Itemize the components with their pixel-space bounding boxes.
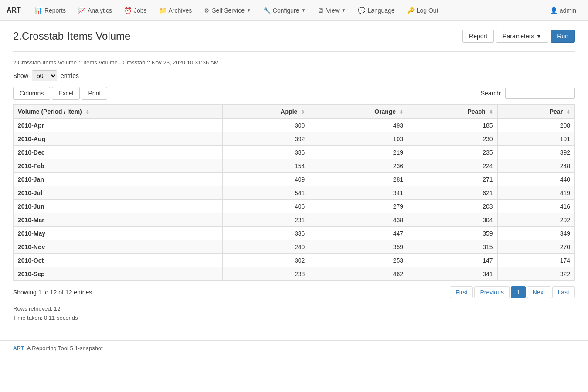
col-header-peach[interactable]: Peach ⇕ (408, 105, 498, 119)
nav-label-analytics: Analytics (88, 7, 112, 14)
last-button[interactable]: Last (552, 286, 575, 298)
language-icon: 💬 (358, 7, 365, 14)
sort-icon-period: ⇕ (85, 109, 89, 115)
col-header-pear[interactable]: Pear ⇕ (497, 105, 574, 119)
parameters-button[interactable]: Parameters ▼ (496, 30, 548, 43)
table-row: 2010-Apr300493185208 (14, 119, 575, 132)
footer-brand[interactable]: ART (13, 345, 24, 351)
table-row: 2010-Jan409281271440 (14, 173, 575, 186)
cell-pear-7: 292 (497, 213, 574, 227)
col-label-peach: Peach (468, 108, 486, 115)
columns-button[interactable]: Columns (13, 87, 50, 100)
footer-description: A Reporting Tool 5.1-snapshot (27, 345, 103, 351)
print-button[interactable]: Print (82, 87, 107, 100)
stats-footer: Rows retrieved: 12 Time taken: 0.11 seco… (13, 304, 575, 323)
analytics-icon: 📈 (78, 7, 85, 14)
cell-peach-3: 224 (408, 159, 498, 173)
nav-label-archives: Archives (169, 7, 192, 14)
navbar-brand[interactable]: ART (7, 7, 21, 14)
cell-period-11: 2010-Sep (14, 267, 223, 281)
report-name: 2.Crosstab-Items Volume (13, 59, 77, 66)
report-button[interactable]: Report (462, 30, 494, 43)
show-label: Show (13, 72, 28, 79)
nav-item-language[interactable]: 💬 Language (353, 4, 400, 17)
main-content: 2.Crosstab-Items Volume Report Parameter… (0, 21, 588, 331)
cell-orange-1: 103 (309, 132, 408, 146)
view-caret-icon: ▼ (342, 8, 346, 13)
nav-item-view[interactable]: 🖥 View ▼ (313, 4, 351, 17)
nav-item-jobs[interactable]: ⏰ Jobs (119, 4, 152, 17)
nav-item-archives[interactable]: 📁 Archives (154, 4, 197, 17)
col-header-orange[interactable]: Orange ⇕ (309, 105, 408, 119)
nav-item-reports[interactable]: 📊 Reports (30, 4, 71, 17)
cell-orange-7: 438 (309, 213, 408, 227)
show-entries: Show 50 10 25 100 entries (13, 70, 575, 81)
cell-apple-8: 336 (222, 227, 309, 240)
cell-period-7: 2010-Mar (14, 213, 223, 227)
cell-peach-2: 235 (408, 146, 498, 159)
cell-period-3: 2010-Feb (14, 159, 223, 173)
nav-items: 📊 Reports 📈 Analytics ⏰ Jobs 📁 Archives … (30, 4, 545, 17)
cell-peach-10: 147 (408, 254, 498, 267)
nav-label-jobs: Jobs (134, 7, 147, 14)
col-label-orange: Orange (374, 108, 396, 115)
parameters-caret-icon: ▼ (536, 33, 542, 40)
run-button[interactable]: Run (551, 30, 575, 43)
rows-retrieved: Rows retrieved: 12 (13, 304, 575, 314)
configure-icon: 🔧 (263, 7, 271, 14)
nav-item-logout[interactable]: 🔑 Log Out (402, 4, 444, 17)
cell-pear-8: 349 (497, 227, 574, 240)
next-button[interactable]: Next (527, 286, 551, 298)
search-input[interactable] (505, 88, 575, 99)
col-header-period[interactable]: Volume (Period / Item) ⇕ (14, 105, 223, 119)
nav-label-reports: Reports (44, 7, 66, 14)
sort-icon-pear: ⇕ (566, 109, 570, 115)
col-header-apple[interactable]: Apple ⇕ (222, 105, 309, 119)
table-row: 2010-May336447359349 (14, 227, 575, 240)
parameters-label: Parameters (503, 33, 534, 40)
cell-apple-1: 392 (222, 132, 309, 146)
table-btn-group: Columns Excel Print (13, 87, 107, 100)
archives-icon: 📁 (159, 7, 167, 14)
cell-orange-11: 462 (309, 267, 408, 281)
current-page-button[interactable]: 1 (511, 286, 526, 298)
header-row: Volume (Period / Item) ⇕ Apple ⇕ Orange … (14, 105, 575, 119)
report-subtitle: 2.Crosstab-Items Volume :: Items Volume … (13, 58, 575, 66)
cell-apple-7: 231 (222, 213, 309, 227)
nav-item-selfservice[interactable]: ⚙ Self Service ▼ (199, 4, 256, 17)
cell-period-0: 2010-Apr (14, 119, 223, 132)
sort-icon-apple: ⇕ (301, 109, 305, 115)
nav-label-logout: Log Out (417, 7, 438, 14)
cell-orange-5: 341 (309, 186, 408, 200)
cell-period-4: 2010-Jan (14, 173, 223, 186)
cell-orange-4: 281 (309, 173, 408, 186)
previous-button[interactable]: Previous (474, 286, 509, 298)
cell-apple-6: 406 (222, 200, 309, 213)
cell-peach-8: 359 (408, 227, 498, 240)
first-button[interactable]: First (450, 286, 473, 298)
configure-caret-icon: ▼ (302, 8, 306, 13)
cell-pear-4: 440 (497, 173, 574, 186)
cell-peach-0: 185 (408, 119, 498, 132)
cell-pear-1: 191 (497, 132, 574, 146)
entries-select[interactable]: 50 10 25 100 (32, 70, 57, 81)
logout-icon: 🔑 (407, 7, 415, 14)
nav-item-analytics[interactable]: 📈 Analytics (73, 4, 117, 17)
cell-orange-8: 447 (309, 227, 408, 240)
table-row: 2010-Dec386219235392 (14, 146, 575, 159)
cell-apple-2: 386 (222, 146, 309, 159)
cell-peach-11: 341 (408, 267, 498, 281)
nav-label-configure: Configure (273, 7, 299, 14)
cell-peach-1: 230 (408, 132, 498, 146)
excel-button[interactable]: Excel (52, 87, 80, 100)
cell-period-1: 2010-Aug (14, 132, 223, 146)
sort-icon-orange: ⇕ (399, 109, 403, 115)
cell-apple-10: 302 (222, 254, 309, 267)
site-footer: ART A Reporting Tool 5.1-snapshot (0, 340, 588, 356)
view-icon: 🖥 (318, 7, 324, 14)
table-row: 2010-Jul541341621419 (14, 186, 575, 200)
search-box: Search: (481, 88, 575, 99)
cell-period-9: 2010-Nov (14, 240, 223, 254)
nav-item-configure[interactable]: 🔧 Configure ▼ (258, 4, 311, 17)
table-row: 2010-Mar231438304292 (14, 213, 575, 227)
